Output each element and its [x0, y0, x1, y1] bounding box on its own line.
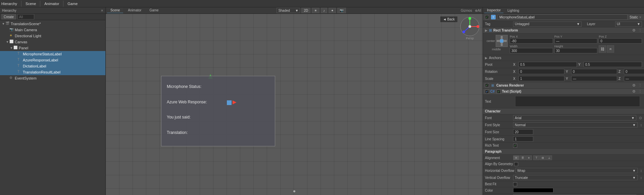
tag-dropdown[interactable]: Untagged▼: [513, 21, 582, 27]
rot-y-field[interactable]: [571, 69, 617, 74]
hierarchy-panel: Hierarchy ✕ Create ▼ 🎬 TranslationScene*…: [0, 7, 106, 195]
rot-x-field[interactable]: [518, 69, 564, 74]
rect-fields: Pos X Pos Y Pos Z: [510, 35, 642, 53]
posx-field[interactable]: [510, 38, 553, 44]
text-script-gear[interactable]: ⚙: [632, 89, 636, 94]
font-size-field[interactable]: [513, 129, 533, 135]
hierarchy-item-maincamera[interactable]: 📷 Main Camera: [0, 27, 105, 33]
scale-z-field[interactable]: [624, 76, 644, 81]
canvas-renderer-menu[interactable]: ⋮: [638, 83, 642, 88]
align-middle-btn[interactable]: ⊟: [540, 155, 546, 160]
tab-animator[interactable]: Animator: [125, 8, 145, 13]
layer-dropdown[interactable]: UI▼: [615, 21, 642, 27]
text-icon3: T: [17, 64, 22, 68]
height-field[interactable]: [554, 48, 598, 53]
tab-scene[interactable]: Scene: [107, 8, 123, 13]
text-script-header[interactable]: C# Text (Script) ⚙ ⋮: [483, 89, 644, 95]
hierarchy-item-canvas[interactable]: ▼ ⬜ Canvas: [0, 39, 105, 45]
hierarchy-menu-item[interactable]: Hierarchy: [1, 2, 17, 6]
game-menu-item[interactable]: Game: [67, 2, 78, 6]
light-btn[interactable]: ☀: [312, 8, 319, 13]
hierarchy-close-icon[interactable]: ✕: [101, 9, 103, 12]
hierarchy-item-directionallight[interactable]: ☀ Directional Light: [0, 33, 105, 39]
constrain-proportions-btn[interactable]: ⛓: [599, 45, 606, 53]
text-field-row: Text: [483, 95, 644, 108]
color-swatch[interactable]: [513, 188, 553, 193]
hierarchy-item-panel[interactable]: ▼ ⬜ Panel: [0, 45, 105, 51]
object-enabled-checkbox[interactable]: [485, 15, 489, 19]
align-right-btn[interactable]: ≡: [526, 155, 532, 160]
font-style-arrow[interactable]: ↕: [640, 123, 642, 127]
inspector-content: T MicrophoneStatusLabel Static ▼ Tag Unt…: [483, 14, 644, 195]
font-picker-icon[interactable]: ⊙: [639, 116, 642, 120]
font-size-label: Font Size: [485, 130, 512, 134]
pivot-y-field[interactable]: [584, 62, 642, 67]
effects-btn[interactable]: ✦: [329, 8, 336, 13]
anchors-arrow[interactable]: ▶: [485, 56, 488, 60]
width-label: Width: [510, 45, 553, 48]
gizmo-widget[interactable]: Persp: [460, 16, 480, 40]
hierarchy-search-input[interactable]: [17, 14, 34, 19]
object-name-field[interactable]: MicrophoneStatusLabel: [498, 14, 628, 20]
text-script-checked2[interactable]: [497, 90, 501, 94]
camera-icon: 📷: [9, 28, 14, 32]
rect-transform-gear[interactable]: ⚙: [632, 28, 636, 33]
align-center-btn[interactable]: ☰: [519, 155, 526, 160]
scale-y-field[interactable]: [571, 76, 617, 81]
tab-inspector[interactable]: Inspector: [484, 8, 503, 13]
v-overflow-arrow[interactable]: ↕: [640, 176, 642, 180]
hierarchy-item-microphonestatuslabel[interactable]: T MicrophoneStatusLabel: [0, 51, 105, 57]
canvas-renderer-header[interactable]: ⊞ Canvas Renderer ⚙ ⋮: [483, 82, 644, 89]
camera-btn[interactable]: 📷: [337, 8, 346, 13]
posz-field[interactable]: [599, 38, 642, 44]
line-spacing-label: Line Spacing: [485, 137, 512, 141]
pivot-x-field[interactable]: [518, 62, 577, 67]
hierarchy-item-translationresultlabel[interactable]: T TranslationResultLabel: [0, 69, 105, 75]
h-overflow-arrow[interactable]: ↕: [640, 168, 642, 173]
line-spacing-field[interactable]: [513, 136, 533, 142]
font-style-dropdown[interactable]: Normal▼: [513, 122, 638, 128]
sound-btn[interactable]: ♪: [321, 8, 327, 13]
width-field[interactable]: [510, 48, 553, 53]
2d-btn[interactable]: 2D: [301, 8, 310, 13]
v-overflow-dropdown[interactable]: Truncate▼: [513, 175, 638, 180]
tab-game[interactable]: Game: [146, 8, 162, 13]
h-overflow-dropdown[interactable]: Wrap▼: [515, 168, 637, 173]
hierarchy-item-dictationlabel[interactable]: T DictationLabel: [0, 63, 105, 69]
text-script-enabled[interactable]: [485, 90, 489, 94]
scene-menu-item[interactable]: Scene: [26, 2, 36, 6]
scene-view[interactable]: Persp ◄ Back Microphone Status: Azure We…: [106, 14, 483, 195]
text-script-menu[interactable]: ⋮: [638, 89, 642, 94]
font-dropdown[interactable]: Arial▼: [513, 115, 636, 120]
rich-text-checkbox[interactable]: [513, 144, 517, 148]
paragraph-section[interactable]: Paragraph: [483, 149, 644, 155]
align-geometry-checkbox[interactable]: [514, 162, 518, 166]
align-top-btn[interactable]: ⊤: [533, 155, 539, 160]
shaded-dropdown[interactable]: Shaded▼: [277, 8, 300, 13]
hierarchy-header: Hierarchy ✕: [0, 7, 105, 14]
posy-field[interactable]: [554, 38, 598, 44]
alignment-group: ≡ ☰ ≡ ⊤ ⊟ ⊥: [513, 155, 552, 160]
canvas-renderer-enabled[interactable]: [485, 83, 489, 87]
scene-back-btn[interactable]: ◄ Back: [440, 16, 457, 22]
hierarchy-item-azureresponselabel[interactable]: T AzureResponseLabel: [0, 57, 105, 63]
canvas-renderer-gear[interactable]: ⚙: [632, 83, 636, 88]
rect-r-btn[interactable]: R: [607, 45, 614, 53]
character-section[interactable]: Character: [483, 108, 644, 114]
text-textarea[interactable]: [515, 96, 640, 107]
hierarchy-item-eventsystem[interactable]: ⚙ EventSystem: [0, 75, 105, 81]
rect-transform-menu[interactable]: ⋮: [638, 28, 642, 33]
rot-z-field[interactable]: [624, 69, 644, 74]
best-fit-checkbox[interactable]: [513, 182, 517, 186]
scale-x-field[interactable]: [518, 76, 564, 81]
anchor-preset-btn[interactable]: [496, 35, 508, 47]
hierarchy-create-btn[interactable]: Create: [1, 14, 16, 19]
ui-line-6: [167, 121, 269, 129]
hierarchy-item-translationscene[interactable]: ▼ 🎬 TranslationScene*: [0, 21, 105, 27]
rotation-row: Rotation X Y Z: [483, 68, 644, 75]
align-left-btn[interactable]: ≡: [513, 155, 519, 160]
align-bottom-btn[interactable]: ⊥: [546, 155, 552, 160]
animator-menu-item[interactable]: Animator: [44, 2, 59, 6]
rect-transform-header[interactable]: ▶ ⊞ Rect Transform ⚙ ⋮: [483, 28, 644, 34]
tab-lighting[interactable]: Lighting: [505, 8, 522, 13]
